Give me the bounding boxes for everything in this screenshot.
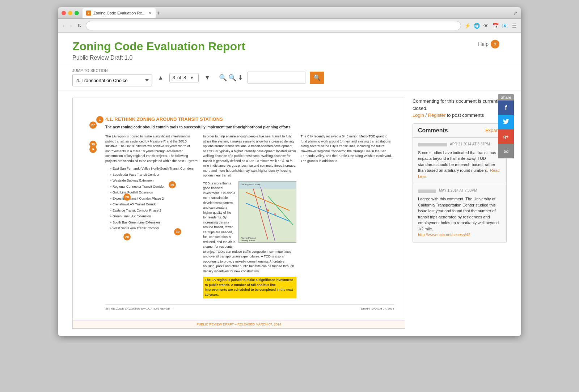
back-button[interactable]: ‹ [61,22,66,29]
comment-item-1: APR 21 2014 AT 3:37PM Some studies have … [413,138,506,184]
prev-page-button[interactable]: ▲ [156,74,165,82]
new-tab-button[interactable]: + [157,10,160,16]
comment-item-2: MAY 1 2014 AT 7:38PM I agree with this c… [413,184,506,243]
dropdown-wrapper: 1. Introduction 2. Land Use 3. Housing 4… [72,74,152,86]
col3-para: The City recently received a $4.5 millio… [301,134,394,163]
url-input[interactable] [86,21,461,30]
sidebar: Share f g+ ✉ [413,98,507,329]
tab-close-button[interactable]: ✕ [148,11,152,15]
map-container: Los Angeles County Existing Transit Plan… [238,181,296,244]
close-button[interactable] [62,11,66,15]
svg-point-7 [267,209,269,212]
list-item: Crenshaw/LAX Transit Corridor [110,202,199,207]
doc-page: 1 27 30 9 28 20 19 28 4.1. RETHINK ZONIN… [73,98,405,320]
browser-tab[interactable]: Z Zoning Code Evaluation Re... ✕ [83,8,156,18]
zoom-out-button[interactable]: 🔍 [228,74,236,82]
extension-icon-3[interactable]: 👁 [482,22,490,30]
doc-search-button[interactable]: 🔍 [310,72,324,84]
list-item: West Santa Ana Transit Corridor [110,226,199,231]
jump-label: JUMP TO SECTION [72,69,151,73]
tab-bar: Z Zoning Code Evaluation Re... ✕ + ⤢ [83,8,517,18]
annotation-19[interactable]: 19 [174,228,181,235]
map-image: Los Angeles County Existing Transit Plan… [238,181,296,243]
main-content: Zoning Code Evaluation Report Public Rev… [58,33,521,336]
facebook-icon: f [505,104,507,112]
extension-icon-2[interactable]: 🌐 [473,22,481,30]
annotation-9[interactable]: 9 [89,146,97,153]
doc-draft-footer: PUBLIC REVIEW DRAFT – RELEASED MARCH 07,… [73,320,405,328]
svg-text:Existing Transit: Existing Transit [241,239,255,242]
extension-icon-5[interactable]: 📧 [501,22,509,30]
document-viewer: 1 27 30 9 28 20 19 28 4.1. RETHINK ZONIN… [72,98,405,329]
comments-panel: Comments Expand APR 21 2014 AT 3:37PM So… [413,123,507,243]
comment2-header: MAY 1 2014 AT 7:38PM [418,188,501,195]
annotation-28b[interactable]: 28 [123,233,131,240]
list-item: Gold Line Foothill Extension [110,190,199,195]
next-page-button[interactable]: ▼ [203,74,212,82]
doc-col-2: In order to help ensure enough people li… [203,134,296,300]
forward-button[interactable]: › [68,22,74,29]
extension-icon-4[interactable]: 📅 [491,22,499,30]
window-expand-button[interactable]: ⤢ [513,10,517,16]
comment1-header: APR 21 2014 AT 3:37PM [418,142,501,148]
content-area: 1 27 30 9 28 20 19 28 4.1. RETHINK ZONIN… [58,90,521,336]
doc-col-1: The LA region is poised to make a signif… [105,134,199,300]
highlighted-text: The LA region is poised to make a signif… [203,277,296,298]
comment1-body: Some studies have indicated that transit… [418,150,496,173]
zoom-buttons: 🔍 🔍 ⬇ [219,74,243,82]
section-subheading: The new zoning code should contain tools… [105,125,394,130]
annotation-28a[interactable]: 28 [123,193,131,201]
login-link[interactable]: Login [413,112,424,118]
page-title: Zoning Code Evaluation Report [72,40,507,53]
browser-window: Z Zoning Code Evaluation Re... ✕ + ⤢ ‹ ›… [58,7,521,336]
col1-para1: The LA region is poised to make a signif… [105,134,199,163]
register-link[interactable]: Register [428,112,445,118]
annotation-20[interactable]: 20 [169,181,176,188]
facebook-share-button[interactable]: f [498,101,514,115]
googleplus-share-button[interactable]: g+ [498,129,514,144]
col2-para1: In order to help ensure enough people li… [203,134,296,178]
email-share-button[interactable]: ✉ [498,144,514,158]
tab-title: Zoning Code Evaluation Re... [93,11,145,15]
annotation-27[interactable]: 27 [89,122,97,129]
comment1-avatar [418,143,447,146]
comments-header: Comments Expand [413,124,506,138]
jump-to-section-wrapper: JUMP TO SECTION 1. Introduction 2. Land … [72,69,152,86]
page-header: Zoning Code Evaluation Report Public Rev… [58,33,521,65]
menu-icon[interactable]: ☰ [510,22,518,30]
comment1-date: APR 21 2014 AT 3:37PM [450,142,490,146]
doc-toolbar: JUMP TO SECTION 1. Introduction 2. Land … [58,65,521,90]
comment2-avatar [418,189,436,193]
maximize-button[interactable] [75,11,79,15]
footer-right: DRAFT MARCH 07, 2014 [361,307,394,311]
comment2-link[interactable]: http://www.uctc.net/access/42 [418,233,470,237]
page-dropdown-button[interactable]: ▼ [188,74,195,81]
refresh-button[interactable]: ↻ [76,22,84,29]
svg-text:Planned Transit: Planned Transit [241,237,256,239]
svg-text:Los Angeles County: Los Angeles County [241,183,260,186]
minimize-button[interactable] [68,11,72,15]
help-icon[interactable]: ? [491,40,499,48]
list-item: Sepulveda Pass Transit Corridor [110,172,199,178]
doc-search-input[interactable] [248,72,305,84]
doc-footer: 38 | RE:CODE LA ZONING EVALUATION REPORT… [105,304,394,313]
twitter-icon [503,118,509,126]
extension-icon-1[interactable]: ⚡ [463,22,471,30]
list-item: Westside Subway Extension [110,178,199,183]
svg-point-9 [274,213,276,215]
zoom-in-button[interactable]: 🔍 [219,74,227,82]
help-area: Help ? [478,40,499,48]
share-label: Share [498,94,514,101]
favicon-icon: Z [88,11,90,14]
twitter-share-button[interactable] [498,115,514,129]
list-item: Regional Connector Transit Corridor [110,184,199,189]
section-heading: 4.1. RETHINK ZONING AROUND TRANSIT STATI… [105,116,394,123]
list-item: Exposition Transit Corridor Phase 2 [110,196,199,201]
section-dropdown[interactable]: 1. Introduction 2. Land Use 3. Housing 4… [72,74,152,86]
comment-divider: / [425,112,428,118]
download-button[interactable]: ⬇ [238,74,243,82]
comment2-text: I agree with this comment. The Universit… [418,196,501,238]
comment2-body: I agree with this comment. The Universit… [418,197,499,231]
annotation-1[interactable]: 1 [96,116,103,123]
doc-col-3: The City recently received a $4.5 millio… [301,134,394,300]
